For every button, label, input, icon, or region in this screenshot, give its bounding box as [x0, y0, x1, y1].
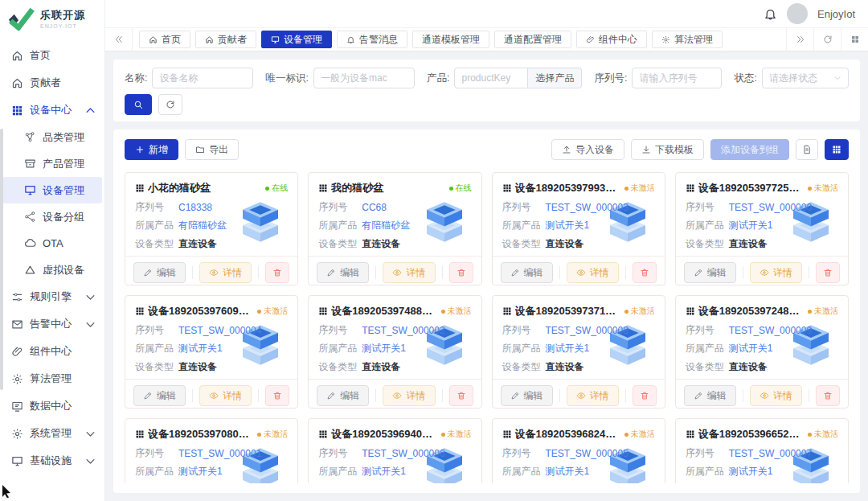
tab[interactable]: 贡献者: [195, 31, 256, 48]
product-link[interactable]: 测试开关1: [178, 342, 223, 355]
product-link[interactable]: 测试开关1: [546, 465, 590, 478]
sidebar-item[interactable]: 算法管理: [0, 365, 104, 392]
serial-label: 序列号: [686, 200, 729, 214]
tab[interactable]: 首页: [139, 31, 190, 48]
sidebar-item-icon: [11, 428, 23, 440]
delete-button[interactable]: [633, 385, 657, 406]
tab[interactable]: 组件中心: [576, 31, 647, 48]
edit-button[interactable]: 编辑: [317, 262, 369, 283]
sidebar-item[interactable]: 设备中心: [0, 97, 104, 124]
product-link[interactable]: 测试开关1: [729, 342, 773, 355]
delete-button[interactable]: [265, 262, 289, 283]
unique-id-input[interactable]: [313, 68, 415, 88]
detail-button[interactable]: 详情: [383, 385, 435, 406]
product-link[interactable]: 测试开关1: [546, 342, 590, 355]
sidebar-item[interactable]: 贡献者: [0, 69, 104, 97]
edit-button[interactable]: 编辑: [133, 385, 186, 406]
status-badge: 未激活: [808, 183, 838, 194]
grid-view-button[interactable]: [825, 139, 849, 160]
delete-button[interactable]: [449, 262, 473, 283]
import-devices-button[interactable]: 导入设备: [551, 139, 624, 160]
product-link[interactable]: 有陪猫砂盆: [362, 219, 410, 232]
trash-icon: [272, 268, 282, 277]
edit-button[interactable]: 编辑: [501, 262, 553, 283]
detail-button[interactable]: 详情: [567, 385, 619, 406]
refresh-icon: [823, 35, 833, 44]
type-value: 直连设备: [362, 360, 400, 374]
tabs-refresh-button[interactable]: [813, 28, 841, 51]
detail-button[interactable]: 详情: [199, 385, 252, 406]
edit-button[interactable]: 编辑: [684, 262, 736, 283]
detail-button[interactable]: 详情: [567, 262, 619, 283]
sidebar-item[interactable]: 首页: [0, 42, 104, 69]
product-link[interactable]: 测试开关1: [178, 465, 223, 478]
sidebar-subitem[interactable]: 设备管理: [2, 177, 102, 203]
divider: [258, 389, 259, 402]
serial-value: TEST_SW_000001: [178, 448, 261, 459]
edit-button[interactable]: 编辑: [684, 385, 736, 406]
sidebar-subitem[interactable]: 设备分组: [0, 203, 104, 230]
export-button[interactable]: 导出: [185, 139, 239, 160]
sidebar-item[interactable]: 告警中心: [0, 310, 104, 338]
type-label: 设备类型: [502, 237, 546, 251]
brand-subtitle: ENJOY-IOT: [40, 23, 85, 29]
product-key-input[interactable]: [454, 68, 528, 88]
serial-value: TEST_SW_000008: [546, 325, 628, 336]
sidebar-subitem[interactable]: 产品管理: [0, 150, 104, 177]
edit-button[interactable]: 编辑: [501, 385, 553, 406]
product-link[interactable]: 测试开关1: [729, 219, 773, 232]
tab[interactable]: 通道配置管理: [494, 31, 571, 48]
tabs-panel-button[interactable]: [841, 28, 868, 51]
product-link[interactable]: 测试开关1: [546, 219, 590, 232]
detail-button[interactable]: 详情: [750, 385, 802, 406]
tabs-expand-button[interactable]: [786, 28, 813, 51]
serial-value: TEST_SW_000004: [178, 325, 261, 336]
serial-number-input[interactable]: [632, 68, 722, 88]
select-product-button[interactable]: 选择产品: [528, 68, 582, 88]
tab[interactable]: 通道模板管理: [412, 31, 489, 48]
delete-button[interactable]: [265, 385, 289, 406]
edit-button[interactable]: 编辑: [133, 262, 186, 283]
bell-icon[interactable]: [764, 7, 777, 21]
sidebar-item[interactable]: 系统管理: [0, 420, 104, 447]
tab[interactable]: 算法管理: [652, 31, 723, 48]
sidebar-item[interactable]: 组件中心: [0, 338, 104, 365]
add-to-group-button[interactable]: 添加设备到组: [710, 139, 789, 160]
sidebar-item[interactable]: 规则引擎: [0, 283, 104, 310]
download-template-button[interactable]: 下载模板: [631, 139, 704, 160]
tab[interactable]: 设备管理: [261, 31, 332, 48]
serial-label: 序列号: [686, 446, 729, 460]
reset-button[interactable]: [158, 94, 182, 115]
sidebar-subitem[interactable]: OTA: [0, 230, 104, 257]
tabs-collapse-button[interactable]: [105, 28, 133, 51]
serial-value: TEST_SW_000007: [729, 448, 812, 459]
sidebar-subitem[interactable]: 品类管理: [0, 124, 104, 150]
sidebar-scrollbar[interactable]: [0, 129, 3, 390]
avatar[interactable]: [787, 3, 808, 24]
delete-button[interactable]: [816, 262, 840, 283]
detail-button[interactable]: 详情: [750, 262, 802, 283]
grid-icon: [850, 35, 860, 44]
delete-button[interactable]: [816, 385, 840, 406]
search-button[interactable]: [125, 94, 152, 115]
refresh-icon: [166, 100, 175, 109]
product-label: 所属产品: [318, 342, 362, 355]
product-link[interactable]: 测试开关1: [362, 342, 406, 355]
add-device-button[interactable]: 新增: [125, 139, 178, 160]
tab[interactable]: 告警消息: [337, 31, 407, 48]
edit-button[interactable]: 编辑: [317, 385, 369, 406]
sidebar-item[interactable]: 数据中心: [0, 392, 104, 420]
detail-button[interactable]: 详情: [199, 262, 252, 283]
delete-button[interactable]: [449, 385, 473, 406]
product-link[interactable]: 有陪猫砂盆: [178, 219, 227, 232]
sidebar-subitem[interactable]: 虚拟设备: [0, 257, 104, 283]
sidebar-item[interactable]: 基础设施: [0, 447, 104, 474]
product-link[interactable]: 测试开关1: [362, 465, 406, 478]
status-select[interactable]: 请选择状态: [762, 68, 849, 88]
device-name-input[interactable]: [152, 68, 253, 88]
delete-button[interactable]: [633, 262, 657, 283]
list-view-button[interactable]: [796, 139, 818, 160]
product-link[interactable]: 测试开关1: [729, 465, 773, 478]
serial-value: TEST_SW_000003: [546, 202, 628, 213]
detail-button[interactable]: 详情: [383, 262, 435, 283]
